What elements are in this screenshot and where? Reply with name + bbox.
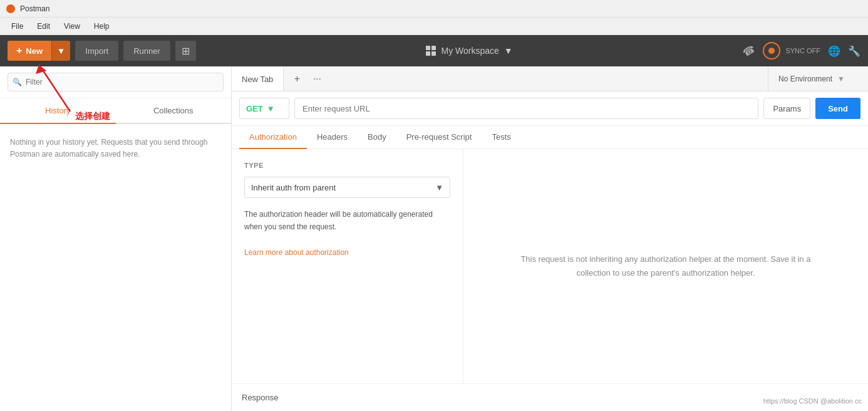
sync-label: SYNC OFF <box>785 47 820 55</box>
auth-panel: TYPE Inherit auth from parent ▼ The auth… <box>232 149 868 383</box>
tab-bar: New Tab + ··· No Environment ▼ <box>232 66 868 91</box>
auth-description: The authorization header will be automat… <box>244 208 450 259</box>
chevron-down-icon: ▼ <box>57 46 65 56</box>
sidebar: 🔍 History Collections Nothing in your hi… <box>0 66 232 411</box>
workspace-button[interactable]: My Workspace ▼ <box>426 46 512 56</box>
search-input[interactable] <box>8 73 224 91</box>
auth-right-message: This request is not inheriting any autho… <box>509 252 822 280</box>
auth-learn-more-link[interactable]: Learn more about authorization <box>244 248 349 257</box>
request-bar: GET ▼ Params Send <box>232 91 868 126</box>
auth-desc-text: The authorization header will be automat… <box>244 210 433 231</box>
more-tabs-button[interactable]: ··· <box>309 71 325 87</box>
request-tabs: Authorization Headers Body Pre-request S… <box>232 126 868 149</box>
wrench-icon[interactable]: 🔧 <box>848 45 860 57</box>
toolbar-right: ☎ SYNC OFF 🌐 🔧 <box>743 42 860 60</box>
new-button-group: + New ▼ <box>8 41 70 61</box>
tab-label: New Tab <box>242 75 273 84</box>
sidebar-tab-collections[interactable]: Collections <box>116 98 232 123</box>
auth-right-panel: This request is not inheriting any autho… <box>463 149 868 383</box>
menu-file[interactable]: File <box>5 21 29 32</box>
sync-area: SYNC OFF <box>763 42 820 60</box>
method-chevron: ▼ <box>267 104 275 113</box>
method-label: GET <box>246 104 263 113</box>
new-button[interactable]: + New <box>8 41 51 61</box>
sync-icon[interactable] <box>763 42 780 60</box>
workspace-label: My Workspace <box>441 46 499 56</box>
menu-bar: File Edit View Help <box>0 18 868 35</box>
plus-icon: + <box>16 45 22 56</box>
tab-actions: + ··· <box>284 66 330 91</box>
add-tab-button[interactable]: + <box>289 71 305 87</box>
auth-select-arrow: ▼ <box>435 183 443 192</box>
response-label: Response <box>242 393 279 402</box>
workspace-chevron: ▼ <box>504 46 513 56</box>
auth-type-label: TYPE <box>244 162 450 169</box>
new-button-label: New <box>26 46 43 56</box>
auth-left-panel: TYPE Inherit auth from parent ▼ The auth… <box>232 149 463 383</box>
req-tab-headers[interactable]: Headers <box>307 126 358 149</box>
no-env-label: No Environment <box>778 75 832 83</box>
menu-view[interactable]: View <box>58 21 86 32</box>
params-button[interactable]: Params <box>763 98 810 119</box>
sidebar-empty-message: Nothing in your history yet. Requests th… <box>0 124 231 173</box>
globe-icon[interactable]: 🌐 <box>828 45 840 57</box>
search-icon: 🔍 <box>13 78 22 86</box>
tab-new-tab[interactable]: New Tab <box>232 66 284 91</box>
no-environment[interactable]: No Environment ▼ <box>768 66 868 91</box>
req-tab-body[interactable]: Body <box>358 126 396 149</box>
app-name: Postman <box>20 4 49 13</box>
auth-type-select[interactable]: Inherit auth from parent ▼ <box>244 177 450 198</box>
main-layout: 🔍 History Collections Nothing in your hi… <box>0 66 868 411</box>
menu-edit[interactable]: Edit <box>31 21 56 32</box>
workspace-area: My Workspace ▼ <box>201 46 738 56</box>
build-icon-button[interactable]: ⊞ <box>175 41 196 61</box>
runner-button[interactable]: Runner <box>123 41 170 61</box>
menu-help[interactable]: Help <box>88 21 116 32</box>
auth-select-value: Inherit auth from parent <box>251 183 336 192</box>
app-icon <box>6 4 15 13</box>
response-section: Response <box>232 383 868 411</box>
env-chevron: ▼ <box>837 75 845 83</box>
toolbar: + New ▼ Import Runner ⊞ My Workspace ▼ ☎… <box>0 35 868 66</box>
search-wrap: 🔍 <box>8 73 224 91</box>
url-input[interactable] <box>294 98 758 119</box>
content-area: New Tab + ··· No Environment ▼ GET ▼ Par… <box>232 66 868 411</box>
send-button[interactable]: Send <box>815 98 860 119</box>
workspace-icon <box>426 46 436 56</box>
phone-icon: ☎ <box>741 43 758 59</box>
import-button[interactable]: Import <box>75 41 118 61</box>
method-selector[interactable]: GET ▼ <box>239 98 289 119</box>
req-tab-tests[interactable]: Tests <box>482 126 520 149</box>
environment-area: No Environment ▼ <box>768 66 868 91</box>
sync-dot <box>768 48 775 54</box>
title-bar: Postman <box>0 0 868 18</box>
new-button-dropdown[interactable]: ▼ <box>51 41 70 61</box>
sidebar-search-area: 🔍 <box>0 66 231 98</box>
req-tab-prerequest[interactable]: Pre-request Script <box>396 126 482 149</box>
sidebar-tabs: History Collections <box>0 98 231 124</box>
req-tab-authorization[interactable]: Authorization <box>239 126 307 149</box>
sidebar-tab-history[interactable]: History <box>0 98 116 123</box>
